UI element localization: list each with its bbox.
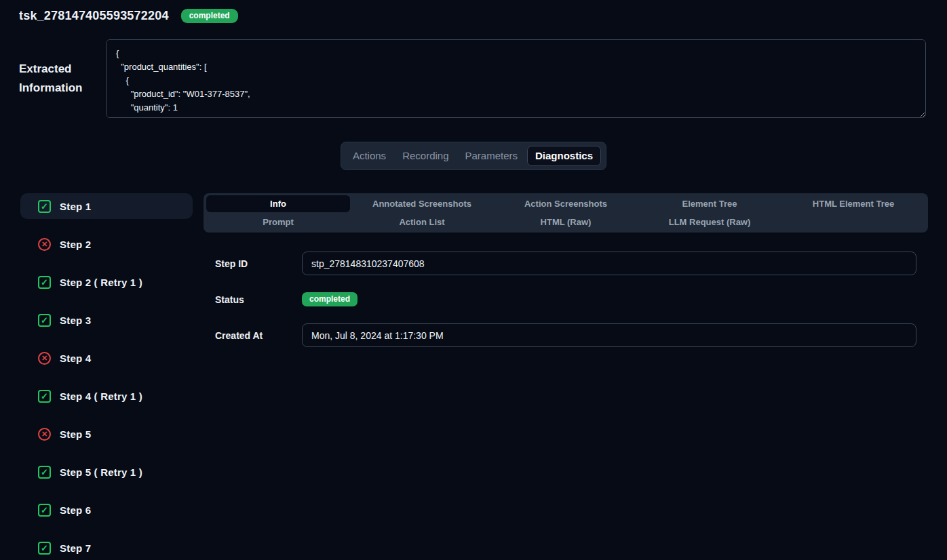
step-list-item-5-retry-1[interactable]: ✓ Step 5 ( Retry 1 )	[20, 459, 193, 485]
subtab-action-list[interactable]: Action List	[350, 214, 494, 231]
status-label: Status	[215, 294, 302, 305]
header: tsk_278147405593572204 completed	[0, 0, 947, 23]
step-label: Step 4 ( Retry 1 )	[60, 391, 142, 402]
step-label: Step 1	[60, 201, 91, 212]
main-tab-bar: Actions Recording Parameters Diagnostics	[341, 142, 606, 170]
step-label: Step 5 ( Retry 1 )	[60, 466, 142, 478]
step-id-input[interactable]	[302, 252, 916, 275]
task-status-badge: completed	[181, 9, 238, 23]
step-label: Step 3	[60, 315, 91, 326]
tab-recording[interactable]: Recording	[395, 146, 455, 165]
step-id-row: Step ID	[215, 252, 916, 275]
step-list-item-1[interactable]: ✓ Step 1	[20, 193, 193, 219]
subtab-html-element-tree[interactable]: HTML Element Tree	[781, 195, 925, 212]
success-checkbox-icon: ✓	[38, 390, 51, 403]
step-list-item-3[interactable]: ✓ Step 3	[20, 307, 193, 333]
success-checkbox-icon: ✓	[38, 200, 51, 213]
tab-diagnostics[interactable]: Diagnostics	[527, 146, 601, 166]
error-circle-icon: ✕	[38, 352, 51, 365]
subtab-html-raw[interactable]: HTML (Raw)	[494, 214, 638, 231]
step-list: ✓ Step 1 ✕ Step 2 ✓ Step 2 ( Retry 1 ) ✓…	[20, 193, 193, 560]
step-id-label: Step ID	[215, 258, 302, 269]
error-circle-icon: ✕	[38, 428, 51, 441]
main-tabs-wrap: Actions Recording Parameters Diagnostics	[0, 142, 947, 170]
step-label: Step 2	[60, 239, 91, 250]
tab-parameters[interactable]: Parameters	[459, 146, 525, 165]
subtab-prompt[interactable]: Prompt	[206, 214, 350, 231]
tab-actions[interactable]: Actions	[346, 146, 393, 165]
step-label: Step 6	[60, 504, 91, 516]
extracted-information-section: Extracted Information { "product_quantit…	[0, 39, 947, 118]
diagnostics-subtab-bar: Info Annotated Screenshots Action Screen…	[204, 193, 928, 233]
step-list-item-6[interactable]: ✓ Step 6	[20, 497, 193, 523]
step-list-item-4-retry-1[interactable]: ✓ Step 4 ( Retry 1 )	[20, 383, 193, 409]
success-checkbox-icon: ✓	[38, 314, 51, 327]
step-list-item-7[interactable]: ✓ Step 7	[20, 535, 193, 560]
subtab-info[interactable]: Info	[206, 195, 350, 212]
step-label: Step 7	[60, 542, 91, 554]
created-at-input[interactable]	[302, 323, 916, 347]
step-label: Step 2 ( Retry 1 )	[60, 277, 142, 288]
extracted-information-textarea[interactable]: { "product_quantities": [ { "product_id"…	[106, 39, 926, 118]
subtab-element-tree[interactable]: Element Tree	[638, 195, 781, 212]
created-at-row: Created At	[215, 323, 916, 347]
success-checkbox-icon: ✓	[38, 276, 51, 289]
step-label: Step 4	[60, 353, 91, 364]
subtab-action-screenshots[interactable]: Action Screenshots	[494, 195, 638, 212]
content: ✓ Step 1 ✕ Step 2 ✓ Step 2 ( Retry 1 ) ✓…	[0, 193, 947, 560]
step-info-form: Step ID Status completed Created At	[204, 252, 928, 347]
created-at-label: Created At	[215, 330, 302, 341]
step-status-badge: completed	[302, 292, 357, 306]
success-checkbox-icon: ✓	[38, 542, 51, 555]
step-list-item-2[interactable]: ✕ Step 2	[20, 231, 193, 257]
step-list-item-5[interactable]: ✕ Step 5	[20, 421, 193, 447]
extracted-information-label: Extracted Information	[19, 60, 106, 98]
subtab-annotated-screenshots[interactable]: Annotated Screenshots	[350, 195, 494, 212]
step-label: Step 5	[60, 428, 91, 440]
status-row: Status completed	[215, 287, 916, 311]
success-checkbox-icon: ✓	[38, 504, 51, 517]
diagnostics-panel: Info Annotated Screenshots Action Screen…	[204, 193, 928, 359]
error-circle-icon: ✕	[38, 238, 51, 251]
subtab-llm-request-raw[interactable]: LLM Request (Raw)	[638, 214, 781, 231]
step-list-item-4[interactable]: ✕ Step 4	[20, 345, 193, 371]
task-id-title: tsk_278147405593572204	[19, 9, 169, 23]
success-checkbox-icon: ✓	[38, 466, 51, 479]
step-list-item-2-retry-1[interactable]: ✓ Step 2 ( Retry 1 )	[20, 269, 193, 295]
